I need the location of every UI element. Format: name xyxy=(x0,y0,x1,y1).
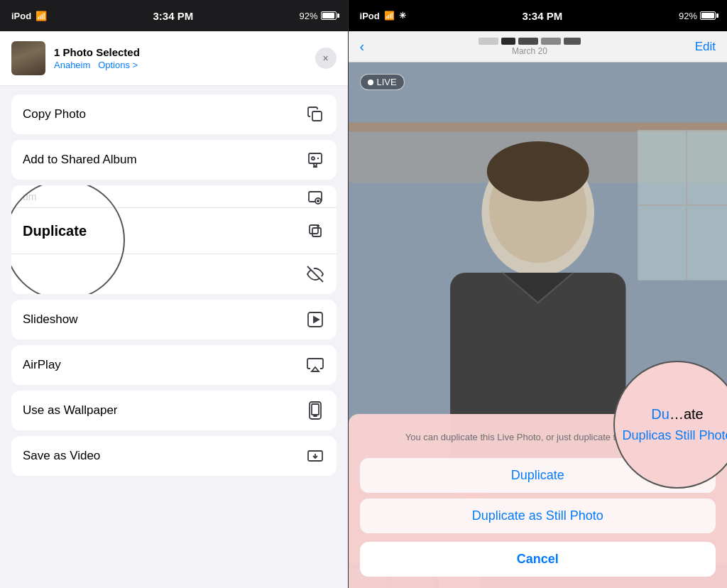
color-sq-1 xyxy=(479,38,498,45)
svg-rect-1 xyxy=(309,153,322,163)
wallpaper-label: Use as Wallpaper xyxy=(23,403,118,418)
svg-rect-0 xyxy=(312,111,322,121)
svg-rect-17 xyxy=(312,404,319,415)
time-left: 3:34 PM xyxy=(153,10,193,22)
share-subtitle: Anaheim Options > xyxy=(54,60,307,70)
photo-background: LIVE You can duplicate this Live Photo, … xyxy=(349,62,727,588)
duplicate-still-button[interactable]: Duplicate as Still Photo xyxy=(360,499,716,533)
svg-point-25 xyxy=(486,141,589,202)
slideshow-label: Slideshow xyxy=(23,312,78,327)
svg-rect-8 xyxy=(312,228,321,236)
wifi-icon: 📶 xyxy=(35,11,47,21)
color-squares xyxy=(479,38,581,45)
close-button[interactable]: × xyxy=(315,48,337,69)
nav-bar-right: ‹ March 20 Edit xyxy=(349,31,727,62)
copy-photo-item[interactable]: Copy Photo xyxy=(11,94,337,134)
hide-item[interactable] xyxy=(11,254,337,294)
color-sq-3 xyxy=(518,38,538,45)
color-sq-4 xyxy=(541,38,561,45)
svg-point-2 xyxy=(314,163,317,166)
color-sq-2 xyxy=(501,38,515,45)
device-info-right: iPod 📶 ✳ xyxy=(360,11,406,21)
back-button[interactable]: ‹ xyxy=(360,38,365,55)
duplicate-item[interactable]: Duplicate xyxy=(11,208,337,254)
time-right: 3:34 PM xyxy=(522,10,562,22)
wallpaper-item[interactable]: Use as Wallpaper xyxy=(11,391,337,430)
copy-icon xyxy=(305,104,325,124)
save-video-item[interactable]: Save as Video xyxy=(11,436,337,476)
battery-pct-right: 92% xyxy=(679,11,697,21)
menu-section-save-video: Save as Video xyxy=(11,436,337,476)
battery-icon-left xyxy=(321,11,337,20)
edit-button[interactable]: Edit xyxy=(695,40,716,54)
selected-photo-thumb xyxy=(11,41,45,75)
share-title: 1 Photo Selected xyxy=(54,46,307,58)
photo-area: LIVE You can duplicate this Live Photo, … xyxy=(349,62,727,588)
wifi-icon-right: 📶 xyxy=(384,11,395,21)
svg-point-3 xyxy=(312,157,315,160)
share-header: 1 Photo Selected Anaheim Options > × xyxy=(0,31,348,86)
nav-date: March 20 xyxy=(479,46,581,56)
live-badge: LIVE xyxy=(360,74,405,90)
nav-center: March 20 xyxy=(479,38,581,56)
battery-area-right: 92% xyxy=(679,11,716,21)
menu-section-airplay: AirPlay xyxy=(11,345,337,385)
right-panel: iPod 📶 ✳ 3:34 PM 92% ‹ March 20 Ed xyxy=(349,0,727,588)
add-shared-album-item[interactable]: Add to Shared Album xyxy=(11,140,337,180)
menu-list: Copy Photo Add to Shared Album xyxy=(0,86,348,588)
battery-icon-right xyxy=(700,11,716,20)
device-name-left: iPod xyxy=(11,11,31,21)
menu-section-dup: um Duplicate xyxy=(11,185,337,294)
add-album-item[interactable]: um xyxy=(11,185,337,208)
airplay-icon xyxy=(305,355,325,375)
add-shared-label: Add to Shared Album xyxy=(23,153,137,167)
duplicate-icon xyxy=(305,221,325,241)
airplay-item[interactable]: AirPlay xyxy=(11,345,337,385)
add-album-icon xyxy=(305,187,325,207)
slideshow-icon xyxy=(305,310,325,330)
color-sq-5 xyxy=(564,38,581,45)
copy-photo-label: Copy Photo xyxy=(23,107,86,121)
duplicate-live-button[interactable]: Duplicate xyxy=(360,458,716,493)
back-chevron: ‹ xyxy=(360,38,365,55)
live-text: LIVE xyxy=(377,77,397,87)
save-video-icon xyxy=(305,446,325,466)
slideshow-item[interactable]: Slideshow xyxy=(11,300,337,339)
menu-section-wallpaper: Use as Wallpaper xyxy=(11,391,337,430)
menu-section-slideshow: Slideshow xyxy=(11,300,337,339)
menu-section-copy: Copy Photo xyxy=(11,94,337,134)
status-bar-right: iPod 📶 ✳ 3:34 PM 92% xyxy=(349,0,727,31)
battery-area-left: 92% xyxy=(299,11,336,21)
status-bar-left: iPod 📶 3:34 PM 92% xyxy=(0,0,348,31)
share-header-text: 1 Photo Selected Anaheim Options > xyxy=(54,46,307,70)
action-sheet: You can duplicate this Live Photo, or ju… xyxy=(349,414,727,588)
menu-section-shared: Add to Shared Album xyxy=(11,140,337,180)
left-panel: iPod 📶 3:34 PM 92% 1 Photo Selected Anah… xyxy=(0,0,348,588)
airplay-label: AirPlay xyxy=(23,358,61,372)
action-sheet-message: You can duplicate this Live Photo, or ju… xyxy=(360,425,716,452)
save-video-label: Save as Video xyxy=(23,449,100,463)
device-name-right: iPod xyxy=(360,11,380,21)
options-link[interactable]: Options > xyxy=(98,60,138,70)
svg-marker-14 xyxy=(314,317,319,322)
cancel-button[interactable]: Cancel xyxy=(360,542,716,577)
live-dot xyxy=(368,80,373,85)
device-info-left: iPod 📶 xyxy=(11,11,47,21)
duplicate-label: Duplicate xyxy=(23,223,87,239)
shared-album-icon xyxy=(305,150,325,170)
battery-pct-left: 92% xyxy=(299,11,317,21)
extra-icon: ✳ xyxy=(399,11,406,21)
svg-marker-15 xyxy=(312,367,319,371)
hide-icon xyxy=(305,264,325,284)
wallpaper-icon xyxy=(305,401,325,420)
add-album-label: um xyxy=(23,191,36,202)
location-label: Anaheim xyxy=(54,60,90,70)
